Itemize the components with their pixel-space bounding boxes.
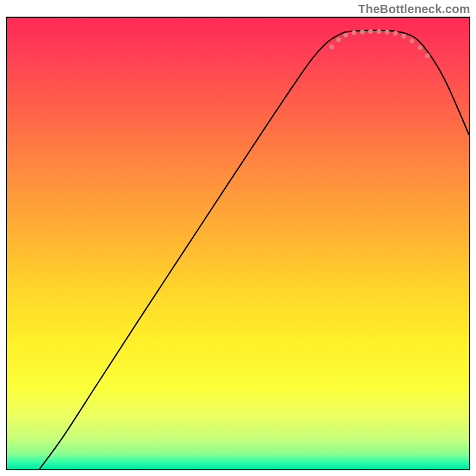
bottleneck-curve bbox=[40, 30, 469, 469]
marker-dot bbox=[418, 45, 422, 50]
chart-stage: TheBottleneck.com bbox=[0, 0, 476, 476]
marker-dot bbox=[360, 30, 365, 35]
marker-dot bbox=[329, 45, 334, 49]
marker-dot bbox=[393, 31, 397, 36]
marker-dot bbox=[425, 53, 430, 58]
marker-dot bbox=[409, 39, 414, 43]
attribution-text: TheBottleneck.com bbox=[358, 2, 470, 16]
marker-dot bbox=[368, 29, 373, 34]
marker-dot bbox=[343, 33, 348, 37]
marker-dot bbox=[385, 30, 390, 35]
marker-dot bbox=[352, 30, 356, 35]
curve-layer bbox=[7, 18, 469, 469]
marker-dot bbox=[377, 29, 381, 34]
plot-area bbox=[6, 17, 470, 470]
dashed-marker-dots bbox=[329, 29, 430, 58]
marker-dot bbox=[401, 34, 406, 39]
marker-dot bbox=[336, 37, 341, 42]
